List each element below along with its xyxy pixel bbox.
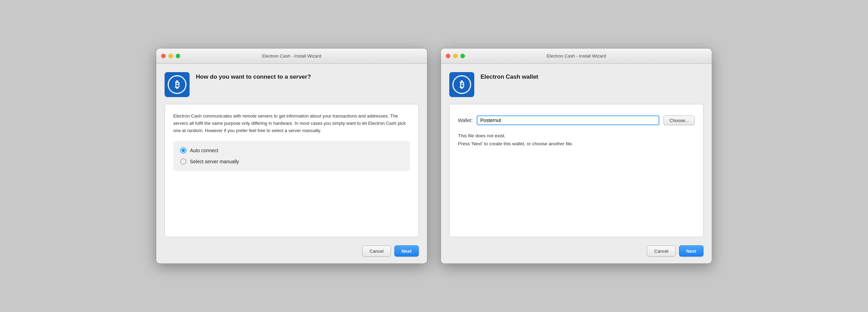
titlebar-1: Electron Cash - Install Wizard (156, 49, 427, 64)
cancel-button-1[interactable]: Cancel (362, 245, 391, 257)
cancel-button-2[interactable]: Cancel (647, 245, 675, 257)
logo-box-1: ₿ (165, 72, 190, 97)
radio-circle-auto (180, 147, 186, 154)
next-button-2[interactable]: Next (679, 245, 703, 257)
titlebar-title-1: Electron Cash - Install Wizard (262, 53, 321, 59)
radio-label-auto: Auto connect (190, 148, 218, 153)
bitcoin-logo-1: ₿ (168, 75, 186, 94)
window-2: Electron Cash - Install Wizard ₿ Electro… (441, 49, 712, 263)
radio-select-manual[interactable]: Select server manually (180, 158, 403, 165)
radio-circle-manual (180, 158, 186, 165)
minimize-button-2[interactable] (453, 54, 458, 58)
choose-button[interactable]: Choose... (663, 115, 695, 125)
content-1: ₿ How do you want to connect to a server… (156, 64, 427, 263)
titlebar-title-2: Electron Cash - Install Wizard (546, 53, 606, 59)
radio-label-manual: Select server manually (190, 159, 239, 164)
footer-buttons-2: Cancel Next (449, 244, 703, 257)
radio-group-1: Auto connect Select server manually (173, 141, 410, 171)
radio-auto-connect[interactable]: Auto connect (180, 147, 403, 154)
header-row-2: ₿ Electron Cash wallet (449, 72, 703, 97)
bitcoin-logo-2: ₿ (452, 75, 471, 94)
window-1: Electron Cash - Install Wizard ₿ How do … (156, 49, 427, 263)
maximize-button-1[interactable] (176, 54, 180, 58)
footer-buttons-1: Cancel Next (165, 244, 419, 257)
close-button-1[interactable] (161, 54, 166, 58)
maximize-button-2[interactable] (460, 54, 465, 58)
description-text-1: Electron Cash communicates with remote s… (173, 113, 410, 134)
traffic-lights-1 (161, 54, 180, 58)
content-2: ₿ Electron Cash wallet Wallet: Choose...… (441, 64, 712, 263)
page-title-2: Electron Cash wallet (481, 72, 538, 80)
titlebar-2: Electron Cash - Install Wizard (441, 49, 712, 64)
wallet-label: Wallet: (458, 118, 473, 123)
traffic-lights-2 (446, 54, 465, 58)
main-panel-1: Electron Cash communicates with remote s… (165, 104, 419, 237)
wallet-input[interactable] (477, 115, 659, 125)
next-button-1[interactable]: Next (394, 245, 419, 257)
status-line-2: Press 'Next' to create this wallet, or c… (458, 140, 695, 148)
page-title-1: How do you want to connect to a server? (196, 72, 311, 80)
bitcoin-symbol-2: ₿ (460, 79, 464, 90)
file-status: This file does not exist. Press 'Next' t… (458, 132, 695, 148)
close-button-2[interactable] (446, 54, 450, 58)
minimize-button-1[interactable] (168, 54, 173, 58)
status-line-1: This file does not exist. (458, 132, 695, 140)
bitcoin-symbol-1: ₿ (175, 79, 180, 90)
logo-box-2: ₿ (449, 72, 474, 97)
main-panel-2: Wallet: Choose... This file does not exi… (449, 104, 703, 237)
wallet-row: Wallet: Choose... (458, 113, 695, 125)
header-row-1: ₿ How do you want to connect to a server… (165, 72, 419, 97)
